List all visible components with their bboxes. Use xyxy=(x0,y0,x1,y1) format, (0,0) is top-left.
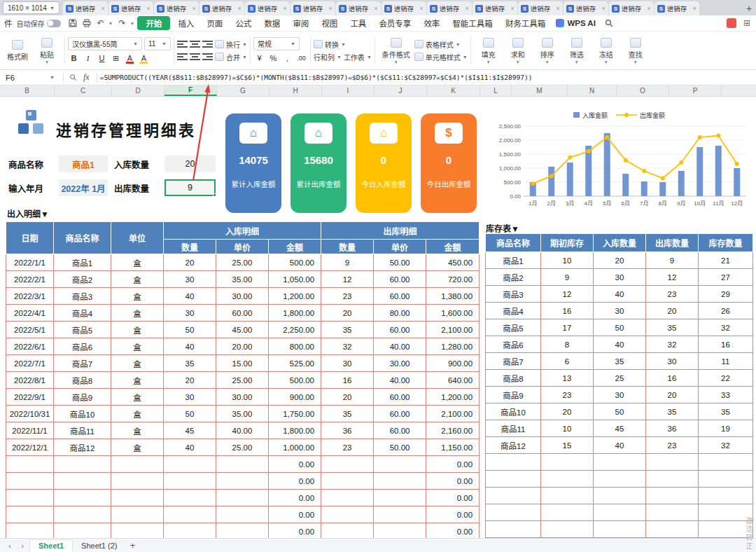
cell[interactable]: 32 xyxy=(699,319,753,336)
sort-button[interactable]: 排序▼ xyxy=(533,34,562,67)
cell[interactable]: 25.00 xyxy=(216,254,269,271)
column-header-I[interactable]: I xyxy=(322,85,374,96)
cell[interactable]: 11 xyxy=(699,353,753,370)
table-header[interactable]: 期初库存 xyxy=(541,234,594,252)
close-icon[interactable]: × xyxy=(329,5,332,12)
cell[interactable]: 15.00 xyxy=(216,355,269,372)
decimal-format-button[interactable]: .00 xyxy=(295,53,307,64)
autosave-control[interactable]: 自动保存 xyxy=(17,18,61,29)
filter-button[interactable]: 筛选▼ xyxy=(562,34,592,67)
cell[interactable]: 商品11 xyxy=(54,422,111,439)
cell[interactable]: 20 xyxy=(164,254,216,271)
table-subheader[interactable]: 金额 xyxy=(426,240,479,254)
cell[interactable] xyxy=(699,488,753,504)
cell[interactable] xyxy=(374,473,426,490)
cell[interactable] xyxy=(6,456,54,473)
cell[interactable] xyxy=(111,506,164,523)
cell[interactable]: 0.00 xyxy=(269,456,321,473)
cell[interactable]: 23 xyxy=(646,437,699,454)
close-icon[interactable]: × xyxy=(556,5,560,12)
search-button[interactable] xyxy=(603,18,615,29)
formula-input[interactable]: =SUMPRODUCT((YEAR($B$11:$B$28997)=$C$6)*… xyxy=(100,74,756,81)
cell[interactable] xyxy=(321,523,374,539)
cell-style-button[interactable]: 单元格样式▼ xyxy=(414,52,468,62)
rows-cols-button[interactable]: 行和列▼ xyxy=(314,52,342,62)
inventory-section-label[interactable]: 库存表▼ xyxy=(486,222,519,234)
column-header-B[interactable]: B xyxy=(0,85,55,96)
number-format-select[interactable]: 常规▼ xyxy=(253,37,300,50)
cell[interactable] xyxy=(321,456,374,473)
cell[interactable]: 盒 xyxy=(111,322,164,338)
align-bottom-icon[interactable] xyxy=(202,40,213,48)
align-center-icon[interactable] xyxy=(190,53,200,61)
document-tab[interactable]: S进销存× xyxy=(382,1,426,15)
menu-item[interactable]: 数据 xyxy=(258,16,286,30)
table-header[interactable]: 出库明细 xyxy=(321,222,479,240)
cell[interactable]: 40 xyxy=(164,439,216,456)
menu-item[interactable]: 效率 xyxy=(417,16,446,30)
selection-handle[interactable] xyxy=(213,193,216,197)
cell[interactable]: 60.00 xyxy=(374,422,426,439)
close-icon[interactable]: × xyxy=(420,5,424,12)
cell[interactable]: 22 xyxy=(699,370,753,387)
table-header[interactable]: 商品名称 xyxy=(54,222,111,254)
document-tab[interactable]: S进销存× xyxy=(290,1,335,15)
document-tab[interactable]: S进销存× xyxy=(108,1,153,15)
cell[interactable]: 盒 xyxy=(111,439,164,456)
cell[interactable] xyxy=(216,523,269,539)
document-tab[interactable]: S进销存× xyxy=(472,1,517,15)
notification-icon[interactable] xyxy=(727,18,736,28)
cell[interactable]: 1,050.00 xyxy=(269,271,321,288)
cell[interactable]: 26 xyxy=(699,303,753,319)
cell[interactable]: 60.00 xyxy=(216,305,269,322)
cell[interactable]: 2022/8/1 xyxy=(6,372,54,389)
cell[interactable] xyxy=(594,471,646,488)
table-subheader[interactable]: 单价 xyxy=(374,240,426,254)
cell[interactable]: 50 xyxy=(164,322,216,338)
sum-button[interactable]: 求和▼ xyxy=(503,34,533,67)
cell[interactable]: 商品9 xyxy=(486,387,541,403)
cell[interactable]: 盒 xyxy=(111,406,164,422)
cell[interactable]: 盒 xyxy=(111,389,164,406)
cell[interactable]: 25.00 xyxy=(216,439,269,456)
close-icon[interactable]: × xyxy=(465,5,469,12)
cell[interactable]: 商品10 xyxy=(54,406,111,422)
redo-button[interactable]: ↷ xyxy=(115,18,128,29)
cell[interactable]: 6 xyxy=(541,353,594,370)
add-sheet-button[interactable]: + xyxy=(127,540,138,551)
cell[interactable] xyxy=(646,471,699,488)
cell[interactable]: 800.00 xyxy=(269,338,321,355)
close-icon[interactable]: × xyxy=(511,5,514,12)
cell[interactable]: 20 xyxy=(594,252,646,269)
cell[interactable] xyxy=(321,490,374,506)
cell[interactable]: 16 xyxy=(541,303,594,319)
cell[interactable] xyxy=(6,473,54,490)
cell[interactable]: 2022/6/1 xyxy=(6,338,54,355)
cell[interactable]: 1,280.00 xyxy=(426,338,479,355)
detail-section-label[interactable]: 出入明细▼ xyxy=(7,207,49,219)
cell[interactable]: 30 xyxy=(594,269,646,286)
menu-item[interactable]: 公式 xyxy=(229,16,258,30)
cell[interactable] xyxy=(6,523,54,539)
undo-button[interactable]: ↶ xyxy=(94,18,107,29)
table-header[interactable]: 单位 xyxy=(111,222,164,254)
cell[interactable] xyxy=(374,523,426,539)
column-header-L[interactable]: L xyxy=(480,85,512,96)
cell[interactable]: 0.00 xyxy=(426,473,479,490)
cell[interactable] xyxy=(111,490,164,506)
cell[interactable]: 60.00 xyxy=(374,389,426,406)
cell[interactable]: 10 xyxy=(541,252,594,269)
cell[interactable]: 1,600.00 xyxy=(426,305,479,322)
italic-button[interactable]: I xyxy=(82,53,94,64)
cell[interactable]: 50 xyxy=(594,403,646,420)
cell[interactable]: 30.00 xyxy=(216,389,269,406)
cell[interactable]: 12 xyxy=(321,271,374,288)
in-qty-cell[interactable]: 20 xyxy=(164,156,216,172)
cell[interactable]: 商品12 xyxy=(54,439,111,456)
table-subheader[interactable]: 单价 xyxy=(216,240,269,254)
cell[interactable] xyxy=(699,454,753,471)
close-icon[interactable]: × xyxy=(147,5,150,12)
table-header[interactable]: 库存数量 xyxy=(699,234,753,252)
cell[interactable] xyxy=(541,488,594,504)
cell[interactable]: 商品10 xyxy=(486,403,541,420)
